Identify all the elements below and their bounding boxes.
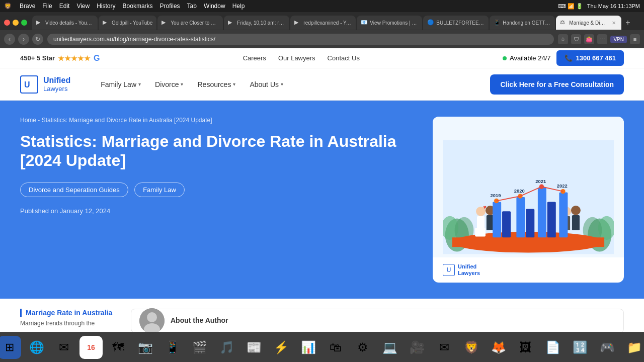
logo-icon: U — [20, 75, 38, 94]
tab-favicon-2: ▶ — [103, 19, 110, 26]
vpn-badge[interactable]: VPN — [610, 36, 627, 43]
careers-link[interactable]: Careers — [243, 54, 266, 62]
tab-youtube-3[interactable]: ▶ You are Closer to Succ... — [157, 16, 223, 30]
dock-creaks[interactable]: 🎮 — [596, 336, 619, 359]
star-icons: ★★★★★ — [58, 54, 91, 62]
menu-edit[interactable]: Edit — [59, 3, 70, 10]
svg-rect-21 — [502, 211, 511, 237]
dock-appstore[interactable]: 🛍 — [324, 336, 347, 359]
dock-preview[interactable]: 🖼 — [514, 336, 537, 359]
nav-buttons: ‹ › ↻ — [4, 34, 43, 45]
nav-family-law[interactable]: Family Law ▾ — [95, 76, 147, 93]
tab-favicon-6: 📧 — [361, 19, 368, 26]
wallet-icon[interactable]: 👛 — [584, 34, 594, 44]
dock-photos[interactable]: 📷 — [134, 336, 157, 359]
dock-screenflow[interactable]: 🎥 — [406, 336, 429, 359]
settings-icon[interactable]: ⋯ — [597, 34, 607, 44]
svg-rect-25 — [547, 202, 556, 237]
maximize-window[interactable] — [21, 20, 27, 26]
dock-news[interactable]: 📰 — [243, 336, 266, 359]
dock-calculator[interactable]: 🔢 — [569, 336, 592, 359]
reload-button[interactable]: ↻ — [32, 34, 43, 45]
menu-brave[interactable]: Brave — [20, 3, 35, 10]
tab-marriage[interactable]: ⚖ Marriage & Divorce... ✕ — [556, 16, 621, 30]
dock-protonmail[interactable]: ✉ — [433, 336, 456, 359]
menu-profiles[interactable]: Profiles — [160, 3, 180, 10]
tab-youtube-5[interactable]: ▶ redpillexamined - YouT... — [290, 16, 356, 30]
hero-chart: ♥ — [433, 117, 624, 283]
menu-help[interactable]: Help — [232, 3, 245, 10]
menu-tab[interactable]: Tab — [187, 3, 197, 10]
svg-text:♥: ♥ — [483, 204, 487, 210]
tag-family-law[interactable]: Family Law — [134, 183, 185, 197]
menu-window[interactable]: Window — [204, 3, 225, 10]
apple-logo: 🦁 — [4, 3, 12, 10]
dock-firefox[interactable]: 🦊 — [487, 336, 510, 359]
site-content: 450+ 5 Star ★★★★★ G Careers Our Lawyers … — [0, 48, 644, 362]
tab-youtube-1[interactable]: ▶ Video details - YouTube — [32, 16, 98, 30]
menu-icon[interactable]: ≡ — [630, 34, 640, 44]
logo-name: Unified — [43, 75, 70, 85]
dock-maps[interactable]: 🗺 — [107, 336, 130, 359]
nav-divorce-chevron: ▾ — [181, 81, 183, 87]
back-button[interactable]: ‹ — [4, 34, 15, 45]
dock-spotify[interactable]: 🎵 — [215, 336, 238, 359]
tab-promotions[interactable]: 📧 View Promotions | Grea... — [357, 16, 422, 30]
tab-favicon-3: ▶ — [162, 19, 169, 26]
menu-file[interactable]: File — [42, 3, 52, 10]
dock-keynote[interactable]: 📊 — [297, 336, 320, 359]
dock-iterm[interactable]: 💻 — [378, 336, 401, 359]
dock-settings[interactable]: ⚙ — [351, 336, 374, 359]
our-lawyers-link[interactable]: Our Lawyers — [278, 54, 315, 62]
browser-chrome: ▶ Video details - YouTube ▶ Goldpill - Y… — [0, 12, 644, 48]
menu-bookmarks[interactable]: Bookmarks — [123, 3, 153, 10]
svg-rect-24 — [538, 188, 546, 237]
menu-history[interactable]: History — [97, 3, 115, 10]
tab-label-1: Video details - YouTube — [45, 20, 94, 26]
site-logo[interactable]: U Unified Lawyers — [20, 75, 70, 94]
dock-safari[interactable]: 🌐 — [25, 336, 48, 359]
tab-favicon-8: 📱 — [494, 19, 501, 26]
nav-resources-chevron: ▾ — [233, 81, 235, 87]
tab-youtube-4[interactable]: ▶ Friday, 10,10 am: re, div... — [224, 16, 289, 30]
phone-button[interactable]: 📞 1300 667 461 — [556, 50, 624, 66]
minimize-window[interactable] — [13, 20, 19, 26]
hero-content: Home - Statistics: Marriage and Divorce … — [20, 117, 413, 215]
consultation-button[interactable]: Click Here for a Free Consultation — [490, 74, 624, 95]
new-tab-button[interactable]: + — [622, 18, 633, 27]
dock-facetime[interactable]: 📱 — [161, 336, 184, 359]
dock-calendar[interactable]: 16 — [79, 336, 103, 359]
dock-folder[interactable]: 📁 — [623, 336, 644, 359]
utility-nav[interactable]: Careers Our Lawyers Contact Us — [243, 54, 360, 62]
menu-items[interactable]: Brave File Edit View History Bookmarks P… — [20, 3, 245, 10]
dock-shortcuts[interactable]: ⚡ — [270, 336, 293, 359]
author-panel: About the Author — [131, 309, 624, 333]
forward-button[interactable]: › — [18, 34, 29, 45]
nav-resources[interactable]: Resources ▾ — [191, 76, 242, 93]
contact-link[interactable]: Contact Us — [328, 54, 360, 62]
dock-pages[interactable]: 📄 — [541, 336, 565, 359]
tab-handong[interactable]: 📱 Handong on GETTR... — [490, 16, 555, 30]
toc-heading: Marriage Rate in Australia — [20, 309, 121, 317]
nav-divorce[interactable]: Divorce ▾ — [149, 76, 189, 93]
dock-launchpad[interactable]: ⊞ — [0, 336, 21, 359]
close-window[interactable] — [4, 20, 10, 26]
nav-items: Family Law ▾ Divorce ▾ Resources ▾ About… — [95, 76, 474, 93]
nav-about[interactable]: About Us ▾ — [244, 76, 289, 93]
tab-close-icon[interactable]: ✕ — [610, 19, 617, 26]
dock-mail[interactable]: ✉ — [52, 336, 75, 359]
tab-youtube-2[interactable]: ▶ Goldpill - YouTube — [99, 16, 156, 30]
svg-rect-12 — [475, 228, 486, 236]
publish-date: Published on January 12, 2024 — [20, 207, 413, 215]
chart-container: ♥ — [433, 117, 624, 257]
bookmark-icon[interactable]: ☆ — [558, 34, 568, 44]
menu-right: ⌨ 📶 🔋 Thu May 16 11:13PM — [558, 3, 640, 10]
shield-icon[interactable]: 🛡 — [571, 34, 581, 44]
tab-bulletz[interactable]: 🔵 BULLETZFORTEETH — [423, 16, 489, 30]
url-bar[interactable]: unifiedlawyers.com.au/blog/marriage-divo… — [47, 34, 554, 45]
dock-quicktime[interactable]: 🎬 — [188, 336, 211, 359]
menu-view[interactable]: View — [76, 3, 90, 10]
dock-brave[interactable]: 🦁 — [460, 336, 483, 359]
main-nav: U Unified Lawyers Family Law ▾ Divorce ▾… — [0, 68, 644, 101]
tag-divorce[interactable]: Divorce and Seperation Guides — [20, 183, 128, 197]
